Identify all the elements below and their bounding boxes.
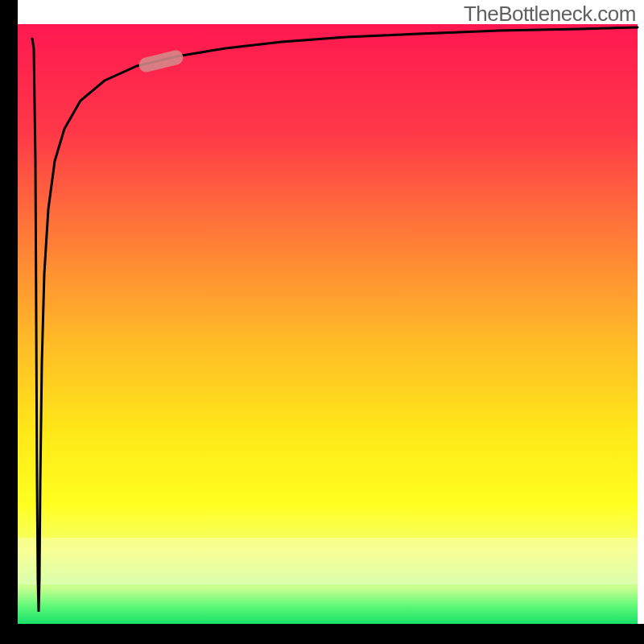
plot-background bbox=[18, 24, 638, 624]
watermark-label: TheBottleneck.com bbox=[464, 2, 636, 27]
pale-band bbox=[18, 538, 638, 584]
bottleneck-chart: TheBottleneck.com bbox=[0, 0, 644, 644]
chart-svg bbox=[0, 0, 644, 644]
x-axis bbox=[0, 624, 644, 644]
y-axis bbox=[0, 0, 18, 644]
